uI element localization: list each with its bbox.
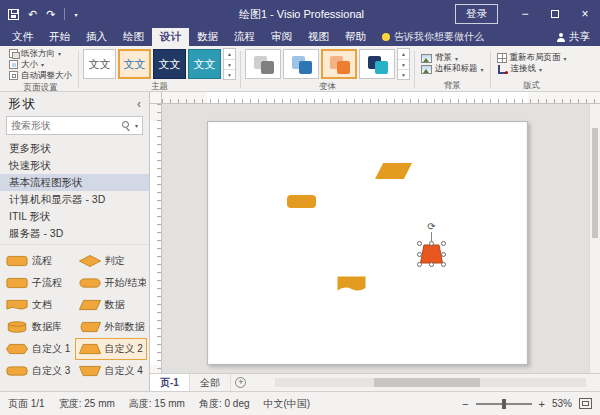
redo-icon[interactable]: ↷: [46, 9, 55, 20]
theme-sample-text: 文文: [124, 57, 146, 72]
undo-icon[interactable]: ↶: [28, 9, 37, 20]
variant-option-3-selected[interactable]: [321, 49, 357, 79]
tab-help[interactable]: 帮助: [337, 28, 374, 46]
titlebar: ↶ ↷ ▾ 绘图1 - Visio Professional 登录 − ×: [0, 0, 600, 28]
stencil-computers-3d[interactable]: 计算机和显示器 - 3D: [0, 191, 149, 208]
master-start-end[interactable]: 开始/结束: [75, 272, 148, 294]
add-page-button[interactable]: +: [231, 374, 251, 391]
selection-handle[interactable]: [429, 241, 434, 246]
master-custom-2-selected[interactable]: 自定义 2: [75, 338, 148, 360]
page-tab-all[interactable]: 全部: [190, 374, 231, 391]
variant-option-1[interactable]: [245, 49, 281, 79]
minimize-button[interactable]: −: [510, 0, 540, 28]
fit-page-icon[interactable]: [579, 398, 592, 409]
tab-file[interactable]: 文件: [4, 28, 41, 46]
tell-me-box[interactable]: 告诉我你想要做什么: [382, 28, 484, 46]
tab-process[interactable]: 流程: [226, 28, 263, 46]
status-page-count[interactable]: 页面 1/1: [8, 397, 45, 411]
borders-titles-button[interactable]: 边框和标题 ▾: [419, 64, 486, 75]
tab-design[interactable]: 设计: [152, 28, 189, 46]
group-layout: 重新布局页面 ▾ 连接线 ▾ 版式: [492, 48, 572, 91]
selection-handle[interactable]: [429, 262, 434, 267]
selection-handle[interactable]: [441, 241, 446, 246]
scrollbar-thumb[interactable]: [374, 378, 480, 387]
theme-option-2-selected[interactable]: 文文: [118, 49, 151, 79]
stencil-basic-flowchart[interactable]: 基本流程图形状: [0, 174, 149, 191]
autosize-button[interactable]: 自动调整大小: [7, 70, 74, 81]
background-button[interactable]: 背景 ▾: [419, 53, 460, 64]
master-subprocess[interactable]: 子流程: [2, 272, 75, 294]
master-decision[interactable]: 判定: [75, 250, 148, 272]
canvas-shape-document[interactable]: [337, 276, 366, 293]
search-icon[interactable]: [122, 121, 131, 130]
relayout-page-button[interactable]: 重新布局页面 ▾: [495, 53, 569, 64]
selected-shape[interactable]: ⟳: [420, 244, 443, 264]
page-tab-1[interactable]: 页-1: [150, 374, 190, 391]
group-label-variants: 变体: [245, 80, 410, 92]
theme-option-3[interactable]: 文文: [153, 49, 186, 79]
gallery-up-icon[interactable]: ▲: [398, 49, 409, 59]
tab-home[interactable]: 开始: [41, 28, 78, 46]
drawing-area[interactable]: ⟳: [150, 92, 600, 373]
qat-customize-icon[interactable]: ▾: [74, 11, 77, 18]
connectors-button[interactable]: 连接线 ▾: [495, 64, 545, 75]
master-process[interactable]: 流程: [2, 250, 75, 272]
gallery-up-icon[interactable]: ▲: [224, 49, 235, 59]
selection-handle[interactable]: [417, 241, 422, 246]
search-options-icon[interactable]: ▾: [135, 122, 138, 129]
master-document[interactable]: 文档: [2, 294, 75, 316]
tab-draw[interactable]: 绘图: [115, 28, 152, 46]
variant-swatch: [337, 61, 350, 74]
master-custom-3[interactable]: 自定义 3: [2, 360, 75, 382]
tab-view[interactable]: 视图: [300, 28, 337, 46]
gallery-more-icon[interactable]: ▼: [224, 69, 235, 79]
stencil-servers-3d[interactable]: 服务器 - 3D: [0, 225, 149, 242]
zoom-in-button[interactable]: +: [539, 398, 545, 410]
selection-handle[interactable]: [441, 252, 446, 257]
master-custom-1[interactable]: 自定义 1: [2, 338, 75, 360]
scrollbar-thumb[interactable]: [592, 128, 598, 238]
tab-review[interactable]: 审阅: [263, 28, 300, 46]
drawing-page[interactable]: [207, 121, 528, 365]
variant-option-2[interactable]: [283, 49, 319, 79]
stencil-itil[interactable]: ITIL 形状: [0, 208, 149, 225]
theme-option-1[interactable]: 文文: [83, 49, 116, 79]
variant-option-4[interactable]: [359, 49, 395, 79]
selection-handle[interactable]: [417, 262, 422, 267]
rotation-handle[interactable]: ⟳: [427, 222, 435, 232]
sign-in-button[interactable]: 登录: [455, 4, 498, 24]
zoom-out-button[interactable]: −: [462, 398, 468, 410]
stencil-more-shapes[interactable]: 更多形状: [0, 140, 149, 157]
selection-handle[interactable]: [441, 262, 446, 267]
selection-handle[interactable]: [417, 252, 422, 257]
master-data[interactable]: 数据: [75, 294, 148, 316]
collapse-panel-icon[interactable]: ‹: [137, 97, 141, 111]
variants-gallery-arrows: ▲ ▼ ▼: [397, 48, 410, 80]
stencil-quick-shapes[interactable]: 快速形状: [0, 157, 149, 174]
group-separator: [414, 51, 415, 88]
status-language[interactable]: 中文(中国): [264, 397, 311, 411]
master-custom-4[interactable]: 自定义 4: [75, 360, 148, 382]
shape-search-input[interactable]: [11, 120, 118, 131]
save-icon[interactable]: [8, 9, 19, 20]
share-button[interactable]: 共享: [546, 28, 600, 46]
canvas-shape-process[interactable]: [287, 195, 316, 208]
gallery-down-icon[interactable]: ▼: [398, 59, 409, 69]
close-button[interactable]: ×: [570, 0, 600, 28]
zoom-slider-thumb[interactable]: [502, 399, 506, 409]
orientation-button[interactable]: 纸张方向 ▾: [7, 48, 63, 59]
master-database[interactable]: 数据库: [2, 316, 75, 338]
master-external-data[interactable]: 外部数据: [75, 316, 148, 338]
maximize-button[interactable]: [540, 0, 570, 28]
master-label: 数据: [105, 298, 125, 312]
zoom-level[interactable]: 53%: [552, 398, 572, 409]
size-button[interactable]: 大小 ▾: [7, 59, 46, 70]
tab-insert[interactable]: 插入: [78, 28, 115, 46]
tab-data[interactable]: 数据: [189, 28, 226, 46]
theme-option-4[interactable]: 文文: [188, 49, 221, 79]
gallery-down-icon[interactable]: ▼: [224, 59, 235, 69]
zoom-slider[interactable]: [476, 403, 532, 405]
gallery-more-icon[interactable]: ▼: [398, 69, 409, 79]
horizontal-scrollbar[interactable]: [275, 378, 586, 387]
vertical-scrollbar[interactable]: [589, 104, 600, 373]
